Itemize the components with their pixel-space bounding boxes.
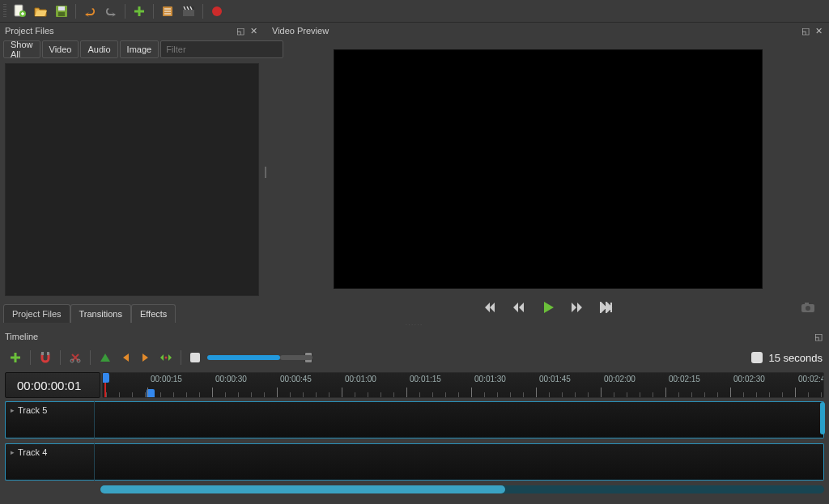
preview-area <box>267 39 829 294</box>
svg-rect-12 <box>41 352 44 355</box>
ruler-subtick <box>756 392 757 397</box>
fast-forward-icon[interactable] <box>569 299 585 316</box>
toolbar-separator <box>202 4 203 19</box>
add-icon[interactable] <box>130 2 149 21</box>
ruler-label: 00:02:45 <box>798 375 824 383</box>
ruler-subtick <box>614 392 614 397</box>
playhead[interactable] <box>104 373 106 397</box>
add-track-icon[interactable] <box>6 349 24 366</box>
svg-rect-4 <box>58 12 65 16</box>
svg-point-16 <box>165 357 168 359</box>
ruler-subtick <box>743 392 744 397</box>
video-preview-panel: Video Preview ◱ ✕ <box>267 23 829 322</box>
track-name: Track 4 <box>18 447 47 457</box>
ruler-subtick <box>653 392 653 397</box>
snap-icon[interactable] <box>36 349 54 366</box>
project-files-filters: Show All Video Audio Image <box>0 39 264 60</box>
ruler-subtick <box>627 392 627 397</box>
save-file-icon[interactable] <box>52 2 71 21</box>
tab-transitions[interactable]: Transitions <box>70 304 131 323</box>
zoom-slider[interactable] <box>207 355 280 360</box>
ruler-label: 00:01:00 <box>345 375 376 383</box>
ruler-subtick <box>562 392 563 397</box>
next-marker-icon[interactable] <box>137 349 155 366</box>
timeline-ruler-row: 00:00:00:01 00:00:1500:00:3000:00:4500:0… <box>0 371 829 400</box>
toolbar-separator <box>125 4 125 19</box>
jump-end-icon[interactable] <box>598 299 614 316</box>
project-files-title: Project Files <box>5 26 54 36</box>
svg-rect-6 <box>183 9 194 16</box>
ruler-subtick <box>316 392 317 397</box>
playhead-marker-icon[interactable] <box>102 372 109 383</box>
filter-image[interactable]: Image <box>120 40 159 58</box>
track-header[interactable]: ▸Track 4 <box>5 443 94 481</box>
prev-marker-icon[interactable] <box>117 349 134 366</box>
ruler-subtick <box>549 392 550 397</box>
toolbar-separator <box>75 4 76 19</box>
timeline-title: Timeline <box>5 332 38 341</box>
undo-icon[interactable] <box>80 2 100 21</box>
filter-show-all[interactable]: Show All <box>3 40 40 58</box>
open-file-icon[interactable] <box>31 2 50 21</box>
toolbar-grip <box>3 4 6 19</box>
track-row: ▸Track 4 <box>5 443 824 481</box>
timeline-scrollbar-thumb[interactable] <box>100 485 505 493</box>
timeline-title-bar: Timeline ◱ <box>0 328 829 345</box>
list-icon[interactable] <box>158 2 177 21</box>
timeline-ruler[interactable]: 00:00:1500:00:3000:00:4500:01:0000:01:15… <box>102 372 824 398</box>
zoom-preset-checkbox[interactable] <box>751 352 763 363</box>
ruler-subtick <box>290 392 291 397</box>
track-body[interactable] <box>94 401 824 438</box>
close-icon[interactable]: ✕ <box>248 25 259 36</box>
timeline-tracks: ▸Track 5▸Track 4 <box>0 401 829 481</box>
ruler-subtick <box>355 392 355 397</box>
svg-rect-3 <box>58 6 65 11</box>
ruler-subtick <box>225 392 226 397</box>
timeline-toolbar: 15 seconds <box>0 345 829 371</box>
project-files-panel: Project Files ◱ ✕ Show All Video Audio I… <box>0 23 264 322</box>
rewind-icon[interactable] <box>511 299 527 316</box>
video-preview-title: Video Preview <box>272 26 329 36</box>
razor-icon[interactable] <box>66 349 84 366</box>
filter-video[interactable]: Video <box>42 40 79 58</box>
detach-icon[interactable]: ◱ <box>813 331 824 342</box>
close-icon[interactable]: ✕ <box>813 25 824 36</box>
redo-icon[interactable] <box>101 2 121 21</box>
play-icon[interactable] <box>540 299 556 316</box>
timecode-display[interactable]: 00:00:00:01 <box>5 372 100 398</box>
detach-icon[interactable]: ◱ <box>235 25 246 36</box>
video-preview-title-bar: Video Preview ◱ ✕ <box>267 23 829 39</box>
track-body[interactable] <box>94 443 824 481</box>
detach-icon[interactable]: ◱ <box>800 25 811 36</box>
zoom-slider-knob[interactable] <box>304 352 312 363</box>
tab-effects[interactable]: Effects <box>131 304 176 323</box>
jump-start-icon[interactable] <box>482 299 498 316</box>
toolbar-separator <box>153 4 154 19</box>
tab-project-files[interactable]: Project Files <box>3 304 70 323</box>
project-files-list[interactable] <box>5 63 259 296</box>
ruler-subtick <box>782 392 783 397</box>
video-preview[interactable] <box>334 49 763 289</box>
panels-area: Project Files ◱ ✕ Show All Video Audio I… <box>0 23 829 322</box>
clapper-icon[interactable] <box>179 2 198 21</box>
record-icon[interactable] <box>207 2 227 21</box>
center-playhead-icon[interactable] <box>157 349 175 366</box>
ruler-subtick <box>393 392 394 397</box>
new-file-icon[interactable] <box>10 2 29 21</box>
ruler-label: 00:00:15 <box>151 375 182 383</box>
track-name: Track 5 <box>18 405 47 415</box>
ruler-subtick <box>704 392 705 397</box>
ruler-subtick <box>510 392 511 397</box>
ruler-subtick <box>575 392 576 397</box>
timeline-scrollbar[interactable] <box>100 485 824 493</box>
zoom-out-icon[interactable] <box>190 353 200 362</box>
ruler-subtick <box>821 392 822 397</box>
track-header[interactable]: ▸Track 5 <box>5 401 94 438</box>
add-marker-icon[interactable] <box>96 349 114 366</box>
snapshot-icon[interactable] <box>800 299 816 316</box>
horizontal-splitter[interactable]: ······ <box>0 322 829 328</box>
ruler-label: 00:01:30 <box>474 375 506 383</box>
ruler-subtick <box>432 392 433 397</box>
vertical-scrollbar-thumb[interactable] <box>820 402 825 434</box>
filter-audio[interactable]: Audio <box>80 40 117 58</box>
